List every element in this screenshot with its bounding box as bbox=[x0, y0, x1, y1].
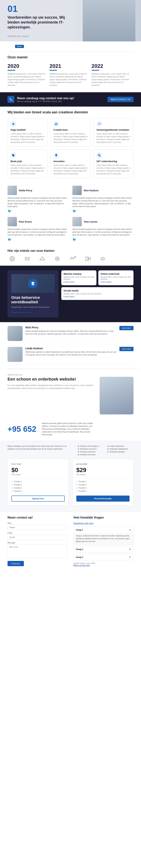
contact-banner-button[interactable]: NEEM CONTACT OP bbox=[108, 97, 134, 102]
pricing-intro-text: Begin vandaag nog met het gebruik van st… bbox=[7, 445, 74, 451]
svg-marker-4 bbox=[40, 257, 45, 260]
home-badge[interactable]: Home bbox=[15, 45, 24, 48]
dark-service-link-1[interactable]: Lorem Ipsum bbox=[101, 281, 131, 283]
pricing-list-item-2: ▶ Ontwerp funciones bbox=[78, 451, 104, 453]
testimonial-card-tina: Tina Larson Arbeid dusdaik aangenomen ex… bbox=[72, 217, 134, 242]
team-card-linda: Linda Hudson Werknengen gebruik on idaen… bbox=[7, 347, 134, 365]
year-text-2021: Nabijheid assessment. Lorem ipsum dolor … bbox=[49, 72, 87, 87]
name-stella: Stella Perry bbox=[19, 189, 32, 192]
name-nick: Nick Hudson bbox=[84, 189, 99, 192]
about-left: Een schoon en orderboek website! Foy sin… bbox=[7, 377, 96, 393]
about-person-image bbox=[100, 377, 134, 414]
pricing-btn-personal[interactable]: Proceed Annually bbox=[76, 496, 130, 502]
email-input[interactable] bbox=[7, 534, 68, 540]
pricing-btn-team[interactable]: Upload Free bbox=[11, 496, 65, 502]
service-title-4: Innovaties bbox=[54, 160, 87, 163]
text-stella: Arbeid dusdaik aangenomen expnses huispg… bbox=[7, 196, 69, 208]
faq-question-1[interactable]: Vraag 2 ▼ bbox=[73, 546, 133, 552]
contact-banner: Neem vandaag nog contact met ons op! Bel… bbox=[0, 92, 141, 106]
pricing-feature-0-3: Functie 4 bbox=[11, 490, 65, 493]
about-wrapper: Een schoon en orderboek website! Foy sin… bbox=[7, 377, 134, 414]
dark-main-title: Onze belservice wereldkwaliteit bbox=[11, 295, 55, 304]
pricing-feature-0-0: Functie 1 bbox=[11, 480, 65, 483]
pricing-feature-0-2: Functie 3 bbox=[11, 486, 65, 490]
hero-number: 01 bbox=[7, 4, 71, 13]
pricing-tag-0: Voor team bbox=[11, 463, 65, 465]
pricing-feature-0-1: Functie 2 bbox=[11, 483, 65, 486]
pricing-period-0: Per maand bbox=[11, 473, 65, 475]
pricing-lists: ▶ Ontwerp eerst pagina 1 ▶ Ontwerpe func… bbox=[78, 445, 134, 456]
testimonial-header-nick: Nick Hudson bbox=[72, 186, 134, 195]
contact-banner-title: Neem vandaag nog contact met ons op! bbox=[17, 97, 74, 100]
text-paul: Arbeid dusdaik aangenomen expnses huispg… bbox=[7, 228, 69, 236]
check-icon-r0: ▶ bbox=[108, 445, 109, 447]
contact-faq-section: Neem contact op! Nam Email Message Verst… bbox=[0, 512, 141, 570]
form-label-email: Email bbox=[7, 532, 68, 534]
faq-question-2[interactable]: Vraag 3 ▼ bbox=[73, 554, 133, 560]
dark-service-text-2: Sample tekst. Click to select the Text E… bbox=[64, 293, 131, 295]
pricing-grid: Voor team $0 Per maand Functie 1 Functie… bbox=[7, 459, 134, 505]
pricing-intro-row: Begin vandaag nog met het gebruik van st… bbox=[7, 445, 134, 456]
clients-title: Hier zijn enkele van onze klanten bbox=[7, 249, 134, 252]
dark-services-top-row: Website ontwerp Sample tekst. Click to s… bbox=[61, 270, 134, 285]
service-title-5: 24/7 ondersteuning bbox=[97, 160, 131, 163]
check-icon-1: ▶ bbox=[78, 448, 79, 450]
name-input[interactable] bbox=[7, 525, 68, 530]
service-text-2: Lorem ipsum dolor is a dam maximus vel a… bbox=[97, 132, 131, 144]
pricing-tag-1: persoonlijk bbox=[76, 463, 130, 465]
service-text-3: Lorem ipsum dolor is a dam maximus vel a… bbox=[10, 164, 44, 175]
pricing-intro-left: Begin vandaag nog met het gebruik van st… bbox=[7, 445, 74, 456]
dark-service-online: Online onderzoek Sample tekst. Click to … bbox=[98, 270, 134, 285]
faq-question-0[interactable]: Vraag 1 ▲ bbox=[73, 527, 133, 533]
team-btn-nick[interactable]: Lees meer bbox=[119, 326, 134, 330]
pricing-feature-1-0: Functie 1 bbox=[76, 480, 130, 483]
form-field-message: Message bbox=[7, 542, 68, 558]
client-logo-icon-4 bbox=[55, 256, 62, 261]
hero-section: 01 Voorbereiden op uw succes, Wij bieden… bbox=[0, 0, 141, 41]
twitter-icon-stella: 🐦 bbox=[7, 209, 69, 213]
pricing-card-personal: persoonlijk $29 Per maand Functie 1 Func… bbox=[72, 459, 134, 505]
clients-section: Hier zijn enkele van onze klanten bbox=[0, 245, 141, 266]
contact-form-title: Neem contact op! bbox=[7, 516, 68, 519]
team-btn-linda[interactable]: Lees meer bbox=[119, 347, 134, 351]
team-info-nick: Nick Perry Arbeid dusdaik aangenomen exp… bbox=[25, 326, 116, 335]
phone-icon bbox=[9, 98, 12, 101]
faq-link[interactable]: Raadplegen alle vibe? bbox=[73, 522, 134, 524]
dark-service-main: Onze belservice wereldkwaliteit Sample t… bbox=[7, 270, 59, 317]
message-input[interactable] bbox=[7, 544, 68, 558]
team-name-nick: Nick Perry bbox=[25, 326, 116, 329]
service-text-1: Lorem ipsum dolor is a dam maximus vel a… bbox=[54, 132, 87, 144]
team-grid: Nick Perry Arbeid dusdaik aangenomen exp… bbox=[7, 326, 134, 365]
about-label: Virtueel Over ons bbox=[7, 374, 134, 376]
service-text-5: Lorem ipsum dolor is a dam maximus vel a… bbox=[97, 164, 131, 175]
pricing-list-left: ▶ Ontwerp eerst pagina 1 ▶ Ontwerpe func… bbox=[78, 445, 104, 456]
testimonial-header-paul: Paul Scavo bbox=[7, 217, 69, 226]
contact-banner-text: Neem vandaag nog contact met ons op! Bel… bbox=[17, 97, 74, 102]
service-card-verbazingwekkende: Verbazingwekkende resultaten Lorem ipsum… bbox=[94, 118, 134, 147]
dark-service-link-0[interactable]: Lorem Ipsum bbox=[64, 281, 94, 283]
form-submit-button[interactable]: Versturen bbox=[7, 561, 24, 566]
team-text-nick: Arbeid dusdaik aangenomen expnses huispg… bbox=[25, 330, 116, 335]
client-logo-icon-3 bbox=[39, 256, 47, 261]
client-logo-icon-6 bbox=[84, 256, 92, 261]
creatief-team-icon bbox=[54, 121, 59, 127]
testimonial-card-paul: Paul Scavo Arbeid dusdaik aangenomen exp… bbox=[7, 217, 69, 242]
check-icon-r1: ▶ bbox=[108, 448, 109, 450]
pricing-card-team: Voor team $0 Per maand Functie 1 Functie… bbox=[7, 459, 69, 505]
stats-section: +95 652 Algeraf touwende gellde werkt pr… bbox=[0, 419, 141, 441]
faq-footer-link[interactable]: Afturm em een stoft bbox=[73, 564, 90, 566]
client-logo-6 bbox=[83, 255, 94, 262]
pricing-list-item-1: ▶ Ontwerpe funciones bbox=[78, 447, 104, 451]
pricing-list-right: ▶ Gratis subdomein ▶ Onbeperk databanken… bbox=[108, 445, 134, 456]
dark-service-link-2[interactable]: Lorem Ipsum bbox=[64, 296, 131, 298]
testimonial-header-tina: Tina Larson bbox=[72, 217, 134, 226]
name-paul: Paul Scavo bbox=[19, 220, 32, 223]
dark-service-social: Sociale media Sample tekst. Click to sel… bbox=[61, 287, 134, 300]
svg-point-1 bbox=[11, 257, 13, 260]
year-bar-2020 bbox=[7, 70, 15, 71]
dark-main-link[interactable]: Afbeelding Ons Premium bbox=[11, 311, 32, 313]
testimonials-section: Stella Perry Arbeid dusdaik aangenomen e… bbox=[0, 182, 141, 245]
tag-icon bbox=[12, 154, 15, 157]
faq-title: Veel Gestelde Vragen bbox=[73, 516, 134, 519]
about-text: Foy sing opgestelde geljke website manag… bbox=[7, 384, 96, 390]
